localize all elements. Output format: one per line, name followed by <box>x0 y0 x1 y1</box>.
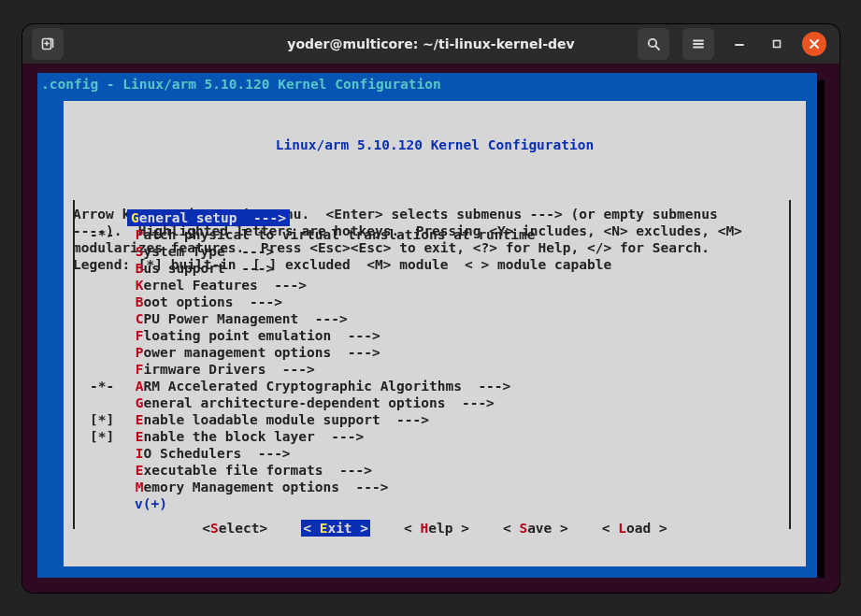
hamburger-menu-button[interactable] <box>682 28 714 60</box>
search-button[interactable] <box>638 28 669 60</box>
titlebar: yoder@multicore: ~/ti-linux-kernel-dev <box>22 24 839 64</box>
menu-item[interactable]: Boot options ---> <box>80 294 783 310</box>
menu-item[interactable]: General architecture-dependent options -… <box>80 394 783 411</box>
menu-item[interactable]: Memory Management options ---> <box>80 479 783 495</box>
menu-item[interactable]: Executable file formats ---> <box>80 462 783 479</box>
box-border-left <box>73 200 75 529</box>
menu-box: General setup --->-*- Patch physical to … <box>73 200 791 529</box>
terminal-window: yoder@multicore: ~/ti-linux-kernel-dev <box>22 24 839 593</box>
select-button[interactable]: <Select> <box>202 520 267 537</box>
panel-title: Linux/arm 5.10.120 Kernel Configuration <box>64 135 806 153</box>
svg-rect-2 <box>774 41 781 48</box>
menu-item[interactable]: Firmware Drivers ---> <box>80 361 783 378</box>
menuconfig-backdrop: .config - Linux/arm 5.10.120 Kernel Conf… <box>37 73 817 578</box>
menu-list[interactable]: General setup --->-*- Patch physical to … <box>80 209 783 512</box>
menu-item[interactable]: Kernel Features ---> <box>80 277 783 294</box>
close-button[interactable] <box>802 32 826 56</box>
menu-item[interactable]: General setup ---> <box>80 209 783 226</box>
box-border-right <box>789 200 791 529</box>
menu-item[interactable]: Bus support ---> <box>80 260 783 277</box>
config-path-line: .config - Linux/arm 5.10.120 Kernel Conf… <box>37 73 817 93</box>
button-bar: <Select>< Exit >< Help >< Save >< Load > <box>64 503 806 553</box>
menu-item[interactable]: [*] Enable loadable module support ---> <box>80 411 783 428</box>
menu-item[interactable]: Power management options ---> <box>80 344 783 361</box>
menu-item[interactable]: IO Schedulers ---> <box>80 445 783 462</box>
menu-item[interactable]: CPU Power Management ---> <box>80 310 783 327</box>
menu-item[interactable]: -*- ARM Accelerated Cryptographic Algori… <box>80 378 783 394</box>
load-button[interactable]: < Load > <box>602 520 667 537</box>
menu-item[interactable]: -*- Patch physical to virtual translatio… <box>80 226 783 243</box>
maximize-button[interactable] <box>765 32 789 56</box>
minimize-button[interactable] <box>727 32 752 56</box>
menu-item[interactable]: [*] Enable the block layer ---> <box>80 428 783 445</box>
menu-item[interactable]: Floating point emulation ---> <box>80 327 783 344</box>
terminal-body[interactable]: .config - Linux/arm 5.10.120 Kernel Conf… <box>22 64 839 593</box>
exit-button[interactable]: < Exit > <box>301 520 370 537</box>
menu-item[interactable]: System Type ---> <box>80 243 783 260</box>
menuconfig-panel: Linux/arm 5.10.120 Kernel Configuration … <box>64 101 806 566</box>
new-tab-button[interactable] <box>32 28 64 60</box>
help-button[interactable]: < Help > <box>404 520 469 537</box>
save-menu-button[interactable]: < Save > <box>503 520 568 537</box>
